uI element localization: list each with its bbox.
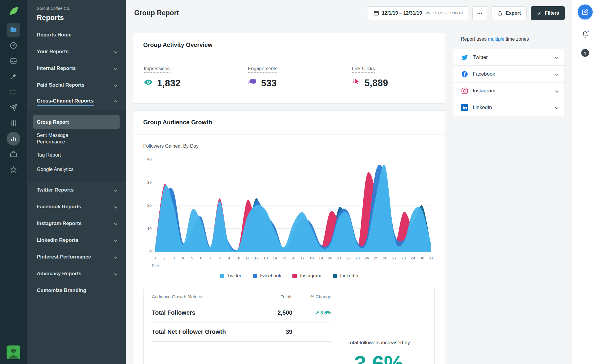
- activity-metrics: Impressions 1,832 Engagements: [133, 57, 445, 103]
- reports-folder-icon[interactable]: [7, 23, 20, 37]
- metric-label[interactable]: Link Clicks: [352, 66, 375, 73]
- network-label: Instagram: [473, 88, 495, 94]
- chevron-down-icon: [114, 222, 117, 225]
- card-title: Group Activity Overview: [133, 33, 445, 57]
- cursor-icon: [352, 78, 360, 88]
- submenu-item-group-report[interactable]: Group Report: [33, 115, 120, 129]
- report-body: Group Activity Overview Impressions 1,83…: [126, 26, 572, 364]
- gauge-glyph: [10, 42, 17, 49]
- svg-text:40: 40: [147, 157, 152, 161]
- sidebar-item-advocacy-reports[interactable]: Advocacy Reports: [27, 265, 126, 282]
- submenu-item-tag-report[interactable]: Tag Report: [33, 148, 120, 162]
- table-header-row: Audience Growth Metrics Totals % Change: [152, 289, 331, 303]
- gauge-icon[interactable]: [7, 39, 20, 52]
- date-range-button[interactable]: 12/1/19 – 12/31/19 vs 11/1/19 – 11/30/19: [368, 6, 469, 20]
- page-title: Group Report: [134, 9, 179, 17]
- metric-value: 533: [261, 78, 277, 89]
- sidebar-item-instagram-reports[interactable]: Instagram Reports: [27, 215, 126, 232]
- timezone-link[interactable]: multiple: [488, 36, 504, 42]
- legend-swatch: [333, 274, 337, 278]
- submenu-item-sent-message-performance[interactable]: Sent Message Performance: [33, 129, 120, 148]
- more-options-button[interactable]: •••: [472, 6, 487, 20]
- metric-link-clicks: Link Clicks 5,889: [341, 57, 445, 103]
- svg-text:27: 27: [392, 256, 396, 260]
- user-avatar[interactable]: [7, 345, 20, 359]
- legend-item-facebook[interactable]: Facebook: [253, 273, 281, 279]
- chevron-down-icon: [114, 272, 117, 275]
- export-button[interactable]: Export: [492, 6, 527, 20]
- svg-text:0: 0: [150, 250, 152, 254]
- metric-value: 1,832: [157, 78, 181, 89]
- utility-rail: ?: [572, 0, 598, 364]
- legend-item-linkedin[interactable]: LinkedIn: [333, 273, 359, 279]
- column-header: Totals: [251, 294, 292, 299]
- metric-engagements: Engagements 533: [237, 57, 341, 103]
- svg-text:2: 2: [163, 256, 165, 260]
- reports-sidebar: Sprout Coffee Co. Reports Reports Home Y…: [27, 0, 126, 364]
- row-metric: Total Net Follower Growth: [152, 328, 251, 335]
- svg-text:15: 15: [282, 256, 286, 260]
- report-toolbar: Group Report 12/1/19 – 12/31/19 vs 11/1/…: [126, 0, 572, 26]
- sidebar-item-linkedin-reports[interactable]: LinkedIn Reports: [27, 232, 126, 249]
- chevron-down-icon: [555, 106, 558, 109]
- list-icon[interactable]: [7, 85, 20, 99]
- levels-icon[interactable]: [7, 116, 20, 130]
- sidebar-item-label: Customize Branding: [37, 287, 86, 293]
- svg-text:24: 24: [364, 256, 369, 260]
- row-total: 2,500: [251, 309, 292, 316]
- sidebar-item-paid-social-reports[interactable]: Paid Social Reports: [27, 77, 126, 94]
- sidebar-item-twitter-reports[interactable]: Twitter Reports: [27, 182, 126, 198]
- export-label: Export: [506, 10, 521, 16]
- star-icon[interactable]: [7, 163, 20, 177]
- submenu-item-google-analytics[interactable]: Google Analytics: [33, 163, 120, 176]
- legend-item-twitter[interactable]: Twitter: [220, 273, 241, 279]
- metric-label[interactable]: Engagements: [248, 66, 277, 73]
- submenu-item-label: Google Analytics: [37, 166, 74, 172]
- sidebar-item-reports-home[interactable]: Reports Home: [27, 27, 126, 43]
- notifications-button[interactable]: [582, 31, 589, 39]
- linkedin-icon: [461, 104, 468, 111]
- instagram-icon: [461, 87, 468, 94]
- row-metric: Total Followers: [152, 309, 251, 316]
- network-row-instagram[interactable]: Instagram: [453, 82, 565, 99]
- network-row-twitter[interactable]: Twitter: [453, 49, 565, 66]
- send-icon[interactable]: [7, 101, 20, 114]
- sidebar-item-your-reports[interactable]: Your Reports: [27, 43, 126, 60]
- sidebar-item-cross-channel-reports[interactable]: Cross-Channel Reports: [27, 94, 126, 110]
- sidebar-item-label: Facebook Reports: [37, 204, 81, 210]
- pin-icon[interactable]: [7, 70, 20, 83]
- svg-text:19: 19: [319, 256, 323, 260]
- metric-label[interactable]: Impressions: [144, 66, 170, 73]
- metric-value-row: 5,889: [352, 78, 439, 88]
- compose-button[interactable]: [578, 4, 593, 19]
- submenu-item-label: Sent Message Performance: [37, 132, 94, 145]
- group-audience-growth-card: Group Audience Growth Followers Gained, …: [133, 110, 445, 364]
- network-row-facebook[interactable]: Facebook: [453, 66, 565, 82]
- card-title: Group Audience Growth: [133, 111, 445, 134]
- bar-chart-icon[interactable]: [7, 132, 20, 146]
- sidebar-item-customize-branding[interactable]: Customize Branding: [27, 282, 126, 299]
- sprout-logo-icon[interactable]: [7, 4, 20, 18]
- filters-label: Filters: [545, 10, 559, 16]
- chevron-down-icon: [114, 255, 117, 259]
- metric-value-row: 533: [248, 78, 335, 89]
- inbox-icon[interactable]: [7, 54, 20, 68]
- row-total: 39: [251, 328, 292, 335]
- briefcase-icon[interactable]: [7, 147, 20, 161]
- svg-text:18: 18: [309, 256, 314, 260]
- cross-channel-submenu: Group Report Sent Message Performance Ta…: [27, 110, 126, 182]
- legend-swatch: [220, 274, 224, 278]
- growth-summary: Total followers increased by 3.6%: [331, 289, 426, 364]
- legend-item-instagram[interactable]: Instagram: [292, 273, 321, 279]
- toolbar-actions: 12/1/19 – 12/31/19 vs 11/1/19 – 11/30/19…: [368, 6, 565, 20]
- svg-text:12: 12: [254, 256, 258, 260]
- chevron-down-icon: [114, 205, 117, 208]
- network-row-linkedin[interactable]: LinkedIn: [453, 99, 565, 116]
- help-button[interactable]: ?: [581, 49, 589, 57]
- sidebar-item-pinterest-performance[interactable]: Pinterest Performance: [27, 249, 126, 265]
- audience-growth-metrics-box: Audience Growth Metrics Totals % Change …: [143, 289, 435, 364]
- filters-button[interactable]: Filters: [531, 6, 565, 20]
- sidebar-item-internal-reports[interactable]: Internal Reports: [27, 60, 126, 77]
- sidebar-item-facebook-reports[interactable]: Facebook Reports: [27, 198, 126, 215]
- date-compare-label: vs 11/1/19 – 11/30/19: [426, 11, 463, 15]
